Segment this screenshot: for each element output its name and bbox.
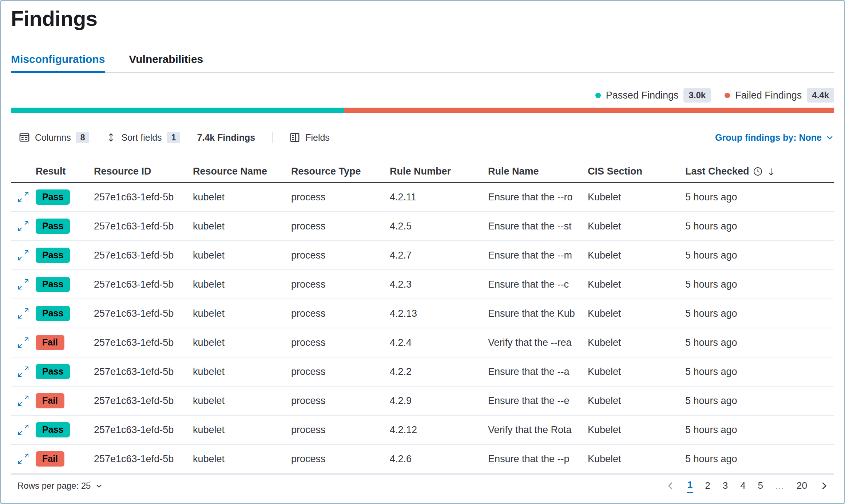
expand-icon [18,192,29,203]
fields-button[interactable]: Fields [289,132,330,143]
rule-number-cell: 4.2.4 [390,337,488,348]
expand-finding-button[interactable] [18,424,29,435]
expand-icon [18,221,29,232]
resource-id-cell: 257e1c63-1efd-5b [94,366,193,377]
header-rule-name[interactable]: Rule Name [488,166,588,177]
resource-name-cell: kubelet [193,221,291,232]
chevron-down-icon [95,482,103,490]
pagination-ellipsis: … [775,480,785,492]
passed-findings-legend: Passed Findings 3.0k [595,88,711,102]
expand-finding-button[interactable] [18,279,29,290]
rule-number-cell: 4.2.13 [390,308,488,319]
expand-finding-button[interactable] [18,250,29,261]
sort-icon [106,132,116,143]
rows-per-page-label: Rows per page: 25 [17,481,91,491]
header-resource-name[interactable]: Resource Name [193,166,291,177]
resource-id-cell: 257e1c63-1efd-5b [94,424,193,436]
resource-type-cell: process [291,337,390,348]
cis-section-cell: Kubelet [588,424,685,436]
expand-finding-button[interactable] [18,308,29,319]
rule-name-cell: Verify that the --rea [488,337,588,348]
resource-name-cell: kubelet [193,453,291,465]
cis-section-cell: Kubelet [588,308,685,319]
header-last-checked[interactable]: Last Checked [685,166,834,177]
resource-type-cell: process [291,221,390,232]
table-row: Pass 257e1c63-1efd-5b kubelet process 4.… [11,183,834,212]
result-badge: Pass [36,189,70,205]
group-by-label: Group findings by: None [715,132,822,143]
sort-fields-label: Sort fields [121,132,162,143]
page-button-1[interactable]: 1 [687,479,693,493]
expand-finding-button[interactable] [18,453,29,464]
expand-finding-button[interactable] [18,192,29,203]
expand-icon [18,250,29,261]
table-row: Pass 257e1c63-1efd-5b kubelet process 4.… [11,416,834,445]
tab-vulnerabilities[interactable]: Vulnerabilities [129,53,203,72]
page-button-3[interactable]: 3 [722,479,729,493]
resource-name-cell: kubelet [193,308,291,319]
result-badge: Pass [36,248,70,263]
rule-number-cell: 4.2.5 [390,221,488,232]
expand-icon [18,424,29,435]
result-badge: Pass [36,219,70,234]
last-checked-cell: 5 hours ago [685,192,834,203]
resource-name-cell: kubelet [193,192,291,203]
rule-name-cell: Verify that the Rota [488,424,588,436]
tab-bar: Misconfigurations Vulnerabilities [11,53,834,73]
resource-type-cell: process [291,395,390,407]
header-resource-type[interactable]: Resource Type [291,166,390,177]
last-checked-cell: 5 hours ago [685,221,834,232]
page-button-2[interactable]: 2 [704,479,711,493]
header-resource-id[interactable]: Resource ID [94,166,193,177]
cis-section-cell: Kubelet [588,453,685,465]
cis-section-cell: Kubelet [588,221,685,232]
expand-finding-button[interactable] [18,366,29,377]
expand-finding-button[interactable] [18,395,29,406]
table-header-row: Result Resource ID Resource Name Resourc… [11,161,834,183]
page-button-4[interactable]: 4 [739,479,746,493]
findings-count: 7.4k Findings [197,132,255,143]
header-cis-section[interactable]: CIS Section [588,166,685,177]
pass-fail-distribution-bar [11,108,834,113]
resource-type-cell: process [291,192,390,203]
result-badge: Fail [36,335,64,350]
group-findings-by-button[interactable]: Group findings by: None [715,132,834,143]
last-checked-cell: 5 hours ago [685,337,834,348]
tab-misconfigurations[interactable]: Misconfigurations [11,53,105,72]
rule-name-cell: Ensure that the --p [488,453,588,465]
expand-finding-button[interactable] [18,337,29,348]
fields-label: Fields [305,132,330,143]
rows-per-page-button[interactable]: Rows per page: 25 [17,481,103,491]
failed-findings-legend: Failed Findings 4.4k [725,88,834,102]
expand-icon [18,453,29,464]
header-result[interactable]: Result [36,166,94,177]
page-button-5[interactable]: 5 [757,479,764,493]
resource-name-cell: kubelet [193,250,291,261]
sort-fields-button[interactable]: Sort fields 1 [106,132,180,143]
columns-button[interactable]: Columns 8 [19,132,89,143]
page-button-20[interactable]: 20 [796,479,808,493]
result-badge: Pass [36,306,70,321]
expand-icon [18,366,29,377]
resource-name-cell: kubelet [193,366,291,377]
resource-name-cell: kubelet [193,395,291,407]
expand-finding-button[interactable] [18,221,29,232]
cis-section-cell: Kubelet [588,337,685,348]
rule-name-cell: Ensure that the Kub [488,308,588,319]
resource-name-cell: kubelet [193,424,291,436]
rule-number-cell: 4.2.12 [390,424,488,436]
header-rule-number[interactable]: Rule Number [390,166,488,177]
expand-icon [18,337,29,348]
expand-icon [18,279,29,290]
fields-icon [289,132,300,143]
resource-id-cell: 257e1c63-1efd-5b [94,279,193,290]
chevron-right-icon[interactable] [819,481,829,491]
resource-name-cell: kubelet [193,337,291,348]
result-badge: Fail [36,451,64,467]
sort-fields-count-badge: 1 [167,132,180,143]
resource-id-cell: 257e1c63-1efd-5b [94,453,193,465]
chevron-left-icon[interactable] [666,481,676,491]
passed-findings-dot [595,93,601,98]
rule-number-cell: 4.2.7 [390,250,488,261]
result-badge: Fail [36,393,64,408]
